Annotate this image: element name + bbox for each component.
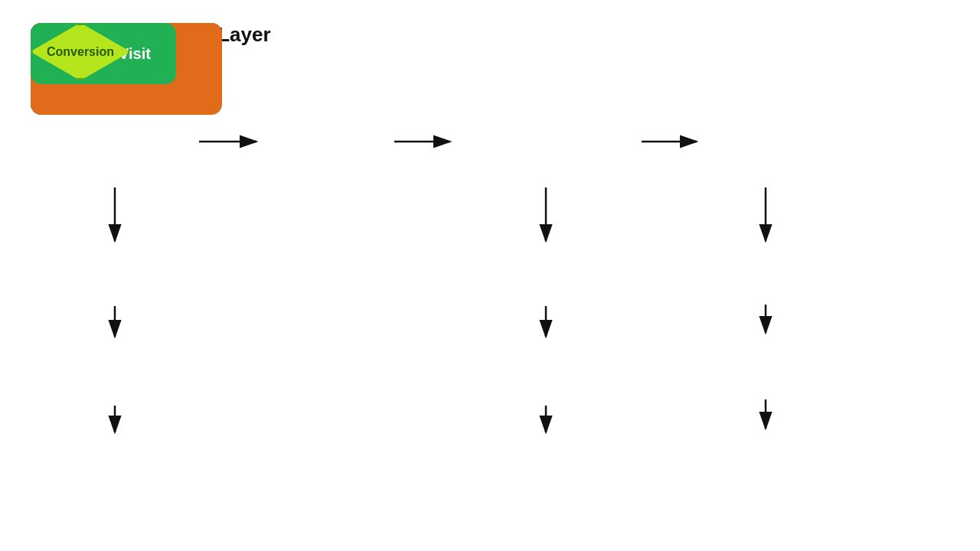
- conversion-3-diamond: Conversion: [31, 23, 130, 80]
